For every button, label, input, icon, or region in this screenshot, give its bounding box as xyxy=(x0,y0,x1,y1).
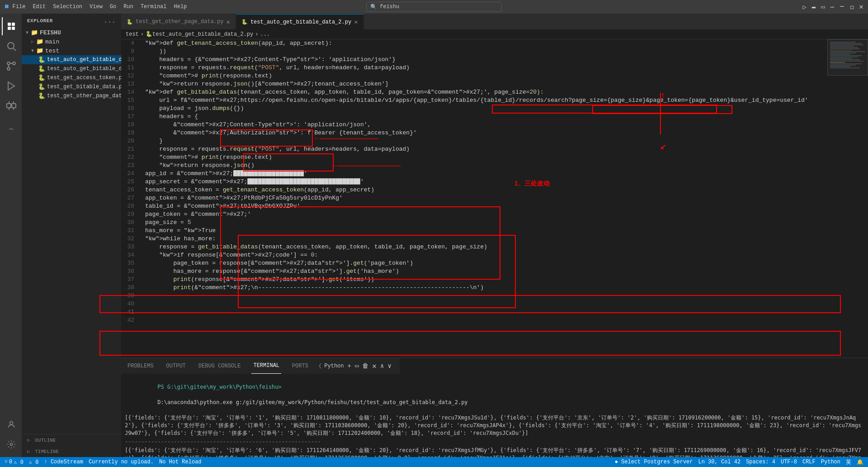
activity-search[interactable] xyxy=(2,37,20,55)
tab-other-page[interactable]: 🐍 test_get_other_page_data.py ✕ xyxy=(121,14,236,29)
code-content[interactable]: "kw">def get_tenant_access_token(app_id,… xyxy=(142,39,827,357)
panel-toolbar: 〈 Python + ▭ 🗑 ✕ ∧ ∨ xyxy=(319,362,395,371)
svg-rect-1 xyxy=(12,23,15,26)
main-layout: ~ EXPLORER ... ▼ 📁 FEISHU ▷ xyxy=(0,14,868,457)
plus-button[interactable]: + xyxy=(348,362,351,370)
menu-file[interactable]: File xyxy=(13,4,26,10)
code-line: "comment"># print(response.text) xyxy=(145,153,827,162)
line-num: 35 xyxy=(121,259,138,267)
activity-codestream[interactable]: ~ xyxy=(2,120,20,138)
panel-tab-ports[interactable]: PORTS xyxy=(290,358,310,374)
outline-section[interactable]: ▷ OUTLINE xyxy=(22,434,121,446)
code-line: page_token = response[&"comment">#x27;da… xyxy=(145,259,827,267)
split-terminal-icon[interactable]: ▭ xyxy=(355,362,359,370)
tab-auto-get-2[interactable]: 🐍 test_auto_get_bitable_data_2.py ✕ xyxy=(236,14,364,29)
svg-rect-2 xyxy=(8,27,11,30)
terminal-content[interactable]: PS G:\git\gitee\my_work\Python\feishu> D… xyxy=(121,374,868,457)
code-line: headers = { xyxy=(145,113,827,121)
file-label-2: test_auto_get_bitable_data.py xyxy=(47,66,121,72)
maximize-button[interactable]: ◻ xyxy=(850,3,854,11)
minimize-button[interactable]: − xyxy=(840,2,844,11)
status-language[interactable]: Python xyxy=(821,459,840,465)
status-branch[interactable]: ⑂ 0 ⚠ 0 xyxy=(5,459,24,466)
code-line: app_id = &"comment">#x27;███████████████… xyxy=(145,170,827,178)
sidebar-file-bitable[interactable]: 🐍 test_get_bitable_data.py xyxy=(22,82,121,91)
py-tab-icon-2: 🐍 xyxy=(241,19,248,25)
trash-icon[interactable]: 🗑 xyxy=(362,362,368,370)
sidebar-file-access-token[interactable]: 🐍 test_get_access_token.py xyxy=(22,73,121,82)
sidebar-title: EXPLORER xyxy=(27,18,53,24)
svg-line-5 xyxy=(14,48,16,51)
python-indicator[interactable]: 〈 Python xyxy=(319,363,344,369)
panel-tab-output[interactable]: OUTPUT xyxy=(165,358,188,374)
sidebar-item-main[interactable]: ▷ 📁 main xyxy=(22,37,121,46)
global-search[interactable]: 🔍 feishu xyxy=(366,2,502,12)
breadcrumb-part-2: test_auto_get_bitable_data_2.py xyxy=(152,31,253,38)
svg-rect-3 xyxy=(12,27,15,30)
breadcrumb-sep-1: › xyxy=(141,31,144,38)
code-line: "kw">return response.json() xyxy=(145,162,827,170)
debug-icon[interactable]: ▬ xyxy=(812,3,816,10)
tab-label-2: test_auto_get_bitable_data_2.py xyxy=(250,19,351,25)
code-line: "kw">if response[&"comment">#x27;code'] … xyxy=(145,251,827,259)
panel-max-icon[interactable]: ∧ xyxy=(380,362,384,370)
sidebar-file-other-page[interactable]: 🐍 test_get_other_page_data.py xyxy=(22,91,121,100)
menu-edit[interactable]: Edit xyxy=(33,4,46,10)
panel-tab-problems[interactable]: PROBLEMS xyxy=(126,358,156,374)
status-codestream[interactable]: ⚠ 0 xyxy=(29,459,39,466)
tab-close-1[interactable]: ✕ xyxy=(226,18,230,26)
upload-label: ↑ CodeStream xyxy=(44,459,83,465)
editor-area: 🐍 test_get_other_page_data.py ✕ 🐍 test_a… xyxy=(121,14,868,457)
code-line: has_more = response[&"comment">#x27;data… xyxy=(145,267,827,276)
sidebar-file-auto-get[interactable]: 🐍 test_auto_get_bitable_data.py xyxy=(22,64,121,73)
panel-close-icon[interactable]: ✕ xyxy=(372,362,377,371)
sidebar-file-auto-get-2[interactable]: 🐍 test_auto_get_bitable_data_2.py xyxy=(22,55,121,64)
status-notification[interactable]: 🔔 xyxy=(857,459,863,466)
status-encoding[interactable]: UTF-8 xyxy=(781,459,797,465)
py-tab-icon-1: 🐍 xyxy=(127,19,133,25)
status-left: ⑂ 0 ⚠ 0 ⚠ 0 ↑ CodeStream Currently no up… xyxy=(5,459,202,466)
close-button[interactable]: ✕ xyxy=(859,2,863,11)
panel-min-icon[interactable]: ∨ xyxy=(387,362,391,370)
codestream-label: ⚠ 0 xyxy=(29,459,39,466)
svg-rect-10 xyxy=(7,104,11,108)
sidebar-item-test[interactable]: ▼ 📁 test xyxy=(22,46,121,55)
panel-tabs-row: PROBLEMS OUTPUT DEBUG CONSOLE TERMINAL P… xyxy=(121,358,868,374)
activity-extensions[interactable] xyxy=(2,97,20,115)
activity-source-control[interactable] xyxy=(2,57,20,75)
svg-point-13 xyxy=(10,443,13,446)
svg-rect-0 xyxy=(8,23,11,26)
more-icon[interactable]: ⋯ xyxy=(830,3,834,11)
svg-marker-9 xyxy=(8,82,14,90)
line-num: 34 xyxy=(121,251,138,259)
status-eol[interactable]: CRLF xyxy=(802,459,816,465)
status-upload[interactable]: ↑ CodeStream xyxy=(44,459,83,465)
panel-tab-debug-console[interactable]: DEBUG CONSOLE xyxy=(197,358,243,374)
activity-account[interactable] xyxy=(2,415,20,434)
split-editor-icon[interactable]: ▭ xyxy=(821,3,825,11)
encoding-label: UTF-8 xyxy=(781,459,797,465)
sidebar-more-button[interactable]: ... xyxy=(104,17,116,24)
line-num: 25 xyxy=(121,178,138,186)
panel-tab-terminal[interactable]: TERMINAL xyxy=(251,358,281,374)
input-method-label: 英 xyxy=(846,458,851,466)
activity-settings[interactable] xyxy=(2,435,20,453)
code-line: tenant_access_token = get_tenant_access_… xyxy=(145,186,827,194)
tab-close-2[interactable]: ✕ xyxy=(354,18,358,26)
status-cleword[interactable]: No Hot Reload xyxy=(159,459,202,465)
code-line: payload = json.dumps({}) xyxy=(145,105,827,113)
breadcrumb: test › 🐍 test_auto_get_bitable_data_2.py… xyxy=(121,29,868,39)
activity-explorer[interactable] xyxy=(2,17,20,35)
status-cursor-pos[interactable]: Ln 30, Col 42 xyxy=(698,459,741,465)
activity-run[interactable] xyxy=(2,77,20,95)
status-hot-reload[interactable]: Currently no upload. xyxy=(89,459,154,465)
sidebar-item-feishu[interactable]: ▼ 📁 FEISHU xyxy=(22,28,121,37)
timeline-section[interactable]: ▷ TIMELINE xyxy=(22,446,121,457)
menu-selection[interactable]: Selection xyxy=(53,4,82,10)
line-num: 26 xyxy=(121,186,138,194)
status-postgres[interactable]: ● Select Postgres Server xyxy=(615,459,693,465)
status-input-method[interactable]: 英 xyxy=(846,458,851,466)
search-icon: 🔍 xyxy=(370,4,377,10)
run-icon[interactable]: ▷ xyxy=(802,3,806,11)
status-spaces[interactable]: Spaces: 4 xyxy=(746,459,775,465)
